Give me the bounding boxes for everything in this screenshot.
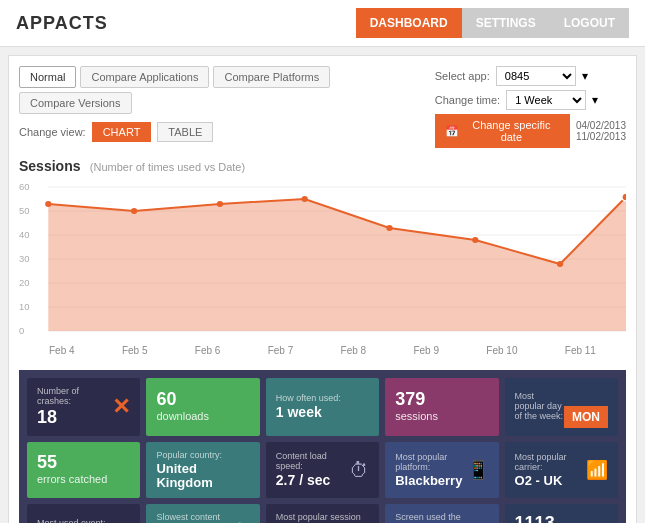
- right-controls: Select app: 0845 ▾ Change time: 1 Week ▾…: [435, 66, 626, 148]
- calendar-icon: 📅: [445, 125, 459, 138]
- chart-dot: [386, 225, 392, 231]
- sessions-title: Sessions: [19, 158, 80, 174]
- downloads-value: 60: [156, 390, 249, 410]
- errors-label: errors catched: [37, 473, 130, 485]
- popular-day-badge: MON: [564, 406, 608, 428]
- sessions-value: 379: [395, 390, 488, 410]
- stat-carrier: Most popular carrier: O2 - UK 📶: [505, 442, 618, 499]
- platform-label: Most popular platform:: [395, 452, 466, 472]
- country-value: United Kingdom: [156, 462, 249, 491]
- country-label: Popular country:: [156, 450, 249, 460]
- event-label: Most used event:: [37, 518, 130, 523]
- chart-svg: 60 50 40 30 20 10 0: [19, 182, 626, 342]
- date-range: 04/02/2013 11/02/2013: [576, 120, 626, 142]
- header-navigation: DASHBOARD SETTINGS LOGOUT: [356, 8, 629, 38]
- stat-event: Most used event: Main - search: [27, 504, 140, 523]
- chart-dot-highlight: [622, 193, 626, 201]
- chart-dot: [45, 201, 51, 207]
- load-speed-label: Content load speed:: [276, 451, 349, 471]
- stats-row-3: Most used event: Main - search Slowest c…: [27, 504, 618, 523]
- stat-popular-day: Most popular day of the week: MON: [505, 378, 618, 436]
- change-date-button[interactable]: 📅 Change specific date: [435, 114, 570, 148]
- view-tabs: Normal Compare Applications Compare Plat…: [19, 66, 435, 114]
- svg-text:20: 20: [19, 278, 29, 288]
- stat-errors: 55 errors catched: [27, 442, 140, 499]
- change-time-dropdown[interactable]: 1 Week: [506, 90, 586, 110]
- svg-text:60: 60: [19, 182, 29, 192]
- nav-settings-button[interactable]: SETTINGS: [462, 8, 550, 38]
- carrier-label: Most popular carrier:: [515, 452, 586, 472]
- chart-dot: [557, 261, 563, 267]
- downloads-label: downloads: [156, 410, 249, 422]
- left-controls: Normal Compare Applications Compare Plat…: [19, 66, 435, 148]
- phone-icon: 📱: [467, 459, 489, 481]
- header: APPACTS DASHBOARD SETTINGS LOGOUT: [0, 0, 645, 47]
- svg-text:0: 0: [19, 326, 24, 336]
- crash-x-icon: ✕: [112, 394, 130, 420]
- svg-text:40: 40: [19, 230, 29, 240]
- chart-dot: [131, 208, 137, 214]
- change-time-arrow-icon: ▾: [592, 93, 598, 107]
- chart-dot: [217, 201, 223, 207]
- tab-normal[interactable]: Normal: [19, 66, 76, 88]
- popular-day-label: Most popular day of the week:: [515, 391, 564, 421]
- sessions-heading: Sessions (Number of times used vs Date): [19, 158, 626, 174]
- svg-text:30: 30: [19, 254, 29, 264]
- change-time-row: Change time: 1 Week ▾: [435, 90, 626, 110]
- change-view-row: Change view: CHART TABLE: [19, 122, 435, 142]
- main-content: Normal Compare Applications Compare Plat…: [8, 55, 637, 523]
- stat-slowest-load: Slowest content load: 2.6 sec ⏱: [146, 504, 259, 523]
- chart-dot: [302, 196, 308, 202]
- change-view-label: Change view:: [19, 126, 86, 138]
- chart-dot: [472, 237, 478, 243]
- stat-crashes: Number of crashes: 18 ✕: [27, 378, 140, 436]
- stat-events: 1113 events: [505, 504, 618, 523]
- stat-load-speed: Content load speed: 2.7 / sec ⏱: [266, 442, 379, 499]
- sessions-subtitle: (Number of times used vs Date): [90, 161, 245, 173]
- change-date-row: 📅 Change specific date 04/02/2013 11/02/…: [435, 114, 626, 148]
- stat-screen-longest: Screen used the longest: Main: [385, 504, 498, 523]
- tab-compare-versions[interactable]: Compare Versions: [19, 92, 132, 114]
- stats-row-1: Number of crashes: 18 ✕ 60 downloads How…: [27, 378, 618, 436]
- load-speed-value: 2.7 / sec: [276, 473, 349, 488]
- select-app-dropdown[interactable]: 0845: [496, 66, 576, 86]
- slowest-load-label: Slowest content load:: [156, 512, 231, 523]
- tab-compare-apps[interactable]: Compare Applications: [80, 66, 209, 88]
- tab-compare-platforms[interactable]: Compare Platforms: [213, 66, 330, 88]
- sessions-unit: sessions: [395, 410, 488, 422]
- nav-logout-button[interactable]: LOGOUT: [550, 8, 629, 38]
- stat-country: Popular country: United Kingdom: [146, 442, 259, 499]
- signal-icon: 📶: [586, 459, 608, 481]
- stat-how-often: How often used: 1 week: [266, 378, 379, 436]
- session-time-label: Most popular session time:: [276, 512, 369, 523]
- chart-area: [48, 197, 626, 331]
- nav-dashboard-button[interactable]: DASHBOARD: [356, 8, 462, 38]
- events-value: 1113: [515, 514, 608, 523]
- svg-text:50: 50: [19, 206, 29, 216]
- crashes-label: Number of crashes:: [37, 386, 112, 406]
- change-time-label: Change time:: [435, 94, 500, 106]
- crashes-value: 18: [37, 408, 112, 428]
- stat-downloads: 60 downloads: [146, 378, 259, 436]
- platform-value: Blackberry: [395, 474, 466, 488]
- chart-x-labels: Feb 4 Feb 5 Feb 6 Feb 7 Feb 8 Feb 9 Feb …: [19, 345, 626, 356]
- select-app-label: Select app:: [435, 70, 490, 82]
- app-logo: APPACTS: [16, 13, 108, 34]
- how-often-label: How often used:: [276, 393, 369, 403]
- select-app-row: Select app: 0845 ▾: [435, 66, 626, 86]
- screen-longest-label: Screen used the longest:: [395, 512, 488, 523]
- select-app-arrow-icon: ▾: [582, 69, 588, 83]
- table-view-button[interactable]: TABLE: [157, 122, 213, 142]
- chart-view-button[interactable]: CHART: [92, 122, 152, 142]
- stats-container: Number of crashes: 18 ✕ 60 downloads How…: [19, 370, 626, 523]
- carrier-value: O2 - UK: [515, 474, 586, 488]
- how-often-value: 1 week: [276, 405, 369, 420]
- svg-text:10: 10: [19, 302, 29, 312]
- clock-icon: ⏱: [349, 459, 369, 482]
- stat-platform: Most popular platform: Blackberry 📱: [385, 442, 498, 499]
- sessions-section: Sessions (Number of times used vs Date) …: [19, 158, 626, 362]
- stats-row-2: 55 errors catched Popular country: Unite…: [27, 442, 618, 499]
- sessions-chart: 60 50 40 30 20 10 0: [19, 182, 626, 362]
- stat-session-time: Most popular session time: 10 seconds: [266, 504, 379, 523]
- stat-sessions: 379 sessions: [385, 378, 498, 436]
